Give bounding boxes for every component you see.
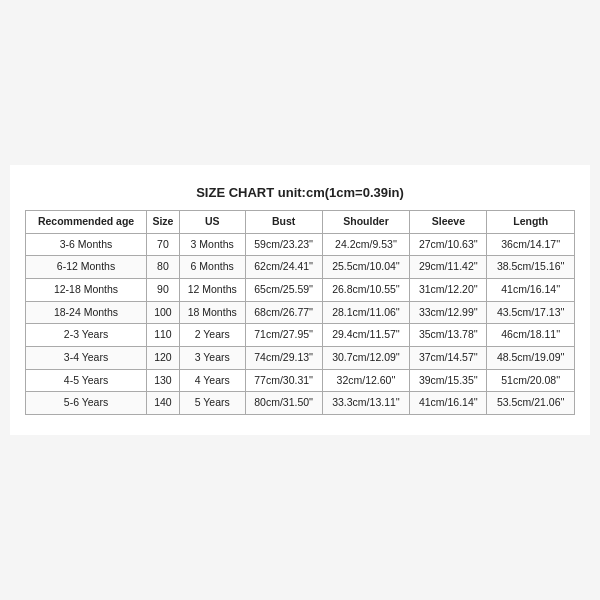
column-header: Bust — [245, 211, 322, 234]
column-header: Recommended age — [26, 211, 147, 234]
table-cell: 12 Months — [179, 279, 245, 302]
table-cell: 4 Years — [179, 369, 245, 392]
table-cell: 37cm/14.57'' — [410, 346, 487, 369]
table-row: 2-3 Years1102 Years71cm/27.95''29.4cm/11… — [26, 324, 575, 347]
table-cell: 31cm/12.20'' — [410, 279, 487, 302]
table-cell: 30.7cm/12.09'' — [322, 346, 409, 369]
table-cell: 59cm/23.23'' — [245, 233, 322, 256]
table-row: 5-6 Years1405 Years80cm/31.50''33.3cm/13… — [26, 392, 575, 415]
table-cell: 3 Months — [179, 233, 245, 256]
table-cell: 24.2cm/9.53'' — [322, 233, 409, 256]
table-cell: 77cm/30.31'' — [245, 369, 322, 392]
table-cell: 27cm/10.63'' — [410, 233, 487, 256]
table-row: 18-24 Months10018 Months68cm/26.77''28.1… — [26, 301, 575, 324]
table-cell: 41cm/16.14'' — [487, 279, 575, 302]
table-cell: 51cm/20.08'' — [487, 369, 575, 392]
table-cell: 120 — [147, 346, 180, 369]
table-cell: 28.1cm/11.06'' — [322, 301, 409, 324]
column-header: Shoulder — [322, 211, 409, 234]
table-cell: 32cm/12.60'' — [322, 369, 409, 392]
table-cell: 36cm/14.17'' — [487, 233, 575, 256]
table-row: 12-18 Months9012 Months65cm/25.59''26.8c… — [26, 279, 575, 302]
table-cell: 48.5cm/19.09'' — [487, 346, 575, 369]
table-row: 6-12 Months806 Months62cm/24.41''25.5cm/… — [26, 256, 575, 279]
column-header: US — [179, 211, 245, 234]
table-cell: 100 — [147, 301, 180, 324]
table-cell: 26.8cm/10.55'' — [322, 279, 409, 302]
table-cell: 43.5cm/17.13'' — [487, 301, 575, 324]
table-cell: 29cm/11.42'' — [410, 256, 487, 279]
size-chart-container: SIZE CHART unit:cm(1cm=0.39in) Recommend… — [10, 165, 590, 435]
chart-title: SIZE CHART unit:cm(1cm=0.39in) — [25, 185, 575, 200]
table-cell: 38.5cm/15.16'' — [487, 256, 575, 279]
table-cell: 68cm/26.77'' — [245, 301, 322, 324]
table-header-row: Recommended ageSizeUSBustShoulderSleeveL… — [26, 211, 575, 234]
table-row: 4-5 Years1304 Years77cm/30.31''32cm/12.6… — [26, 369, 575, 392]
table-body: 3-6 Months703 Months59cm/23.23''24.2cm/9… — [26, 233, 575, 414]
table-cell: 3-6 Months — [26, 233, 147, 256]
table-cell: 25.5cm/10.04'' — [322, 256, 409, 279]
table-cell: 12-18 Months — [26, 279, 147, 302]
table-cell: 33.3cm/13.11'' — [322, 392, 409, 415]
table-cell: 70 — [147, 233, 180, 256]
table-cell: 53.5cm/21.06'' — [487, 392, 575, 415]
table-cell: 80 — [147, 256, 180, 279]
table-cell: 90 — [147, 279, 180, 302]
table-cell: 65cm/25.59'' — [245, 279, 322, 302]
table-cell: 2-3 Years — [26, 324, 147, 347]
table-cell: 46cm/18.11'' — [487, 324, 575, 347]
column-header: Length — [487, 211, 575, 234]
table-cell: 6 Months — [179, 256, 245, 279]
table-cell: 130 — [147, 369, 180, 392]
table-row: 3-4 Years1203 Years74cm/29.13''30.7cm/12… — [26, 346, 575, 369]
size-table: Recommended ageSizeUSBustShoulderSleeveL… — [25, 210, 575, 415]
table-cell: 35cm/13.78'' — [410, 324, 487, 347]
column-header: Size — [147, 211, 180, 234]
table-cell: 18-24 Months — [26, 301, 147, 324]
table-cell: 6-12 Months — [26, 256, 147, 279]
table-cell: 71cm/27.95'' — [245, 324, 322, 347]
table-cell: 2 Years — [179, 324, 245, 347]
table-cell: 4-5 Years — [26, 369, 147, 392]
table-cell: 140 — [147, 392, 180, 415]
table-cell: 5-6 Years — [26, 392, 147, 415]
table-cell: 3 Years — [179, 346, 245, 369]
table-cell: 18 Months — [179, 301, 245, 324]
table-row: 3-6 Months703 Months59cm/23.23''24.2cm/9… — [26, 233, 575, 256]
table-cell: 33cm/12.99'' — [410, 301, 487, 324]
table-cell: 110 — [147, 324, 180, 347]
table-cell: 5 Years — [179, 392, 245, 415]
table-cell: 41cm/16.14'' — [410, 392, 487, 415]
table-cell: 62cm/24.41'' — [245, 256, 322, 279]
table-cell: 80cm/31.50'' — [245, 392, 322, 415]
table-cell: 3-4 Years — [26, 346, 147, 369]
table-cell: 29.4cm/11.57'' — [322, 324, 409, 347]
column-header: Sleeve — [410, 211, 487, 234]
table-cell: 74cm/29.13'' — [245, 346, 322, 369]
table-cell: 39cm/15.35'' — [410, 369, 487, 392]
